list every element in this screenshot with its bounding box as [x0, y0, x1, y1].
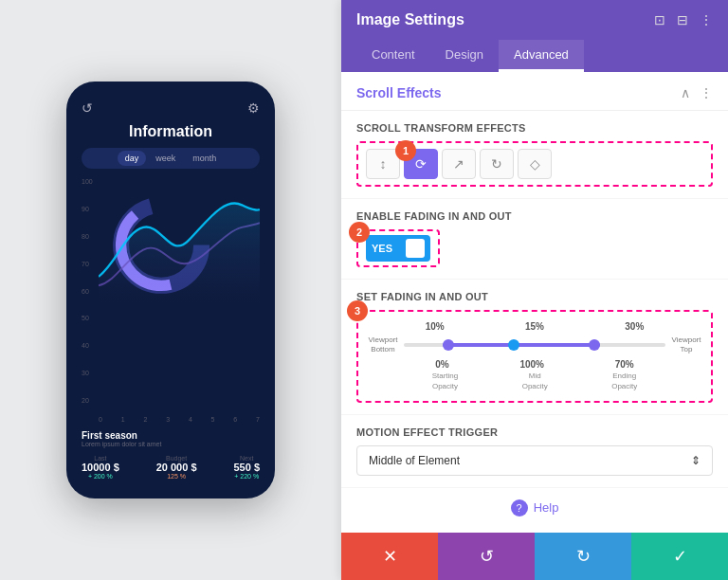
- motion-trigger-select[interactable]: Middle of Element ⇕: [356, 445, 713, 476]
- redo-icon: ↻: [576, 546, 591, 567]
- chart-svg: [99, 178, 260, 303]
- tab-advanced[interactable]: Advanced: [499, 40, 584, 72]
- name-starting: StartingOpacity: [432, 372, 459, 391]
- confirm-icon: ✓: [673, 546, 687, 567]
- settings-tabs: Content Design Advanced: [356, 40, 713, 72]
- tab-content[interactable]: Content: [356, 40, 430, 72]
- thumb-left[interactable]: [443, 339, 454, 351]
- left-panel: ↺ ⚙ Information day week month 100908070…: [0, 0, 341, 580]
- stat-value-budget: 20 000 $: [156, 462, 197, 473]
- more-icon[interactable]: ⋮: [700, 12, 713, 27]
- pct-30: 30%: [625, 321, 644, 332]
- confirm-button[interactable]: ✓: [631, 533, 728, 580]
- history-icon: ↺: [82, 100, 93, 116]
- set-fading-block: Set Fading In and Out 3 10% 15% 30% View…: [341, 280, 728, 415]
- header-icons: ⊡ ⊟ ⋮: [654, 12, 713, 27]
- slider-names-row: StartingOpacity MidOpacity EndingOpacity: [366, 372, 703, 391]
- viewport-top-label: ViewportTop: [669, 335, 703, 353]
- name-mid: MidOpacity: [522, 372, 548, 391]
- toggle-yes-label: YES: [372, 243, 392, 254]
- stat-last: Last 10000 $ + 200 %: [82, 455, 119, 480]
- motion-label: Motion Effect Trigger: [356, 426, 713, 438]
- fullscreen-icon[interactable]: ⊡: [654, 12, 665, 27]
- season-sub: Lorem ipsum dolor sit amet: [82, 441, 260, 447]
- thumb-mid[interactable]: [508, 339, 519, 351]
- transform-btn-tilt[interactable]: ↗: [442, 149, 476, 179]
- val-70: 70%: [615, 359, 634, 370]
- spin-icon: ↻: [491, 156, 502, 172]
- help-text[interactable]: ? Help: [356, 499, 713, 517]
- cancel-button[interactable]: ✕: [341, 533, 438, 580]
- right-panel: Image Settings ⊡ ⊟ ⋮ Content Design Adva…: [341, 0, 728, 580]
- stat-value-next: 550 $: [233, 462, 260, 473]
- val-0: 0%: [435, 359, 448, 370]
- rotate-icon: ⟳: [415, 156, 427, 172]
- reset-button[interactable]: ↺: [438, 533, 535, 580]
- transform-btn-opacity[interactable]: ◇: [518, 149, 552, 179]
- cancel-icon: ✕: [383, 546, 397, 567]
- stat-label-next: Next: [233, 455, 260, 462]
- viewport-bottom-label: ViewportBottom: [366, 335, 400, 353]
- settings-content: Scroll Effects ∧ ⋮ Scroll Transform Effe…: [341, 72, 728, 533]
- help-label: Help: [534, 500, 559, 515]
- stat-change-budget: 125 %: [156, 473, 197, 480]
- vertical-icon: ↕: [380, 156, 387, 172]
- redo-button[interactable]: ↻: [535, 533, 631, 580]
- help-row: ? Help: [341, 488, 728, 528]
- badge-2: 2: [349, 222, 370, 243]
- pct-10: 10%: [426, 321, 445, 332]
- stat-change-last: + 200 %: [82, 473, 119, 480]
- stat-value-last: 10000 $: [82, 462, 119, 473]
- settings-icon: ⚙: [247, 100, 260, 116]
- stat-next: Next 550 $ + 220 %: [233, 455, 260, 480]
- x-labels: 01234567: [99, 416, 260, 423]
- motion-value: Middle of Element: [369, 454, 460, 467]
- toggle-row: 2 YES: [356, 229, 440, 267]
- fading-block: Enable Fading In and Out 2 YES: [341, 199, 728, 280]
- transform-btn-spin[interactable]: ↻: [480, 149, 514, 179]
- transform-btn-rotate[interactable]: 1 ⟳: [404, 149, 438, 179]
- slider-percentages: 10% 15% 30%: [366, 321, 703, 332]
- phone-header: ↺ ⚙: [82, 100, 260, 116]
- tab-day[interactable]: day: [118, 151, 147, 166]
- tab-month[interactable]: month: [185, 151, 224, 166]
- drop-icon: ◇: [530, 156, 540, 172]
- help-icon: ?: [511, 499, 528, 517]
- motion-trigger-block: Motion Effect Trigger Middle of Element …: [341, 415, 728, 488]
- tab-week[interactable]: week: [148, 151, 183, 166]
- slider-track[interactable]: [404, 343, 665, 347]
- motion-arrow-icon: ⇕: [691, 454, 701, 467]
- section-more-icon[interactable]: ⋮: [700, 85, 713, 100]
- settings-title: Image Settings: [356, 11, 464, 28]
- tab-design[interactable]: Design: [430, 40, 499, 72]
- reset-icon: ↺: [480, 546, 494, 567]
- transform-row: ↕ 1 ⟳ ↗ ↻ ◇: [356, 141, 713, 187]
- name-ending: EndingOpacity: [611, 372, 637, 391]
- main-container: ↺ ⚙ Information day week month 100908070…: [0, 0, 728, 580]
- pct-15: 15%: [525, 321, 544, 332]
- phone-mockup: ↺ ⚙ Information day week month 100908070…: [66, 82, 275, 498]
- settings-header: Image Settings ⊡ ⊟ ⋮ Content Design Adva…: [341, 0, 728, 72]
- section-controls: ∧ ⋮: [681, 85, 713, 100]
- stat-budget: Budget 20 000 $ 125 %: [156, 455, 197, 480]
- fading-toggle[interactable]: YES: [366, 235, 430, 262]
- slider-fill: [443, 343, 600, 347]
- badge-1: 1: [395, 140, 416, 161]
- toggle-dot: [406, 239, 425, 258]
- settings-footer: ✕ ↺ ↻ ✓: [341, 533, 728, 580]
- section-title: Scroll Effects: [356, 85, 441, 100]
- tilt-icon: ↗: [453, 156, 464, 172]
- stat-label-last: Last: [82, 455, 119, 462]
- set-fading-label: Set Fading In and Out: [356, 291, 713, 302]
- phone-tabs: day week month: [82, 148, 260, 169]
- columns-icon[interactable]: ⊟: [677, 12, 688, 27]
- stat-label-budget: Budget: [156, 455, 197, 462]
- phone-footer: First season Lorem ipsum dolor sit amet …: [82, 430, 260, 480]
- collapse-icon[interactable]: ∧: [681, 85, 690, 100]
- y-labels: 1009080706050403020: [82, 178, 93, 404]
- transform-block: Scroll Transform Effects ↕ 1 ⟳ ↗ ↻: [341, 111, 728, 199]
- stat-change-next: + 220 %: [233, 473, 260, 480]
- fading-label: Enable Fading In and Out: [356, 210, 713, 222]
- thumb-right[interactable]: [589, 339, 600, 351]
- scroll-effects-header: Scroll Effects ∧ ⋮: [341, 72, 728, 111]
